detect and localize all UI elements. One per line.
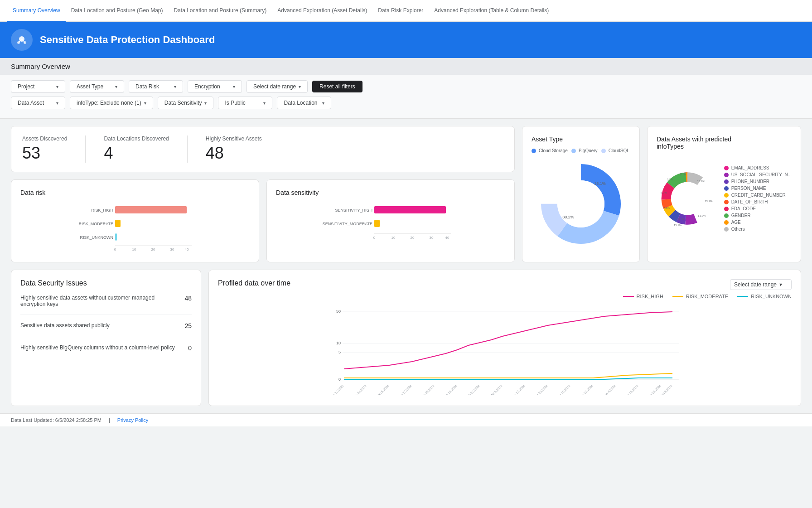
security-issues-card: Data Security Issues Highly sensitive da… (11, 270, 201, 406)
security-issue-2: Sensitive data assets shared publicly 25 (20, 322, 192, 337)
asset-type-legend-cloud: Cloud Storage (532, 148, 568, 153)
filter-is-public[interactable]: Is Public ▾ (218, 97, 272, 109)
chevron-down-icon: ▾ (263, 101, 266, 106)
last-updated-text: Data Last Updated: 6/5/2024 2:58:25 PM (11, 417, 102, 423)
svg-text:5.7%: 5.7% (667, 178, 673, 181)
tab-table-column[interactable]: Advanced Exploration (Table & Column Det… (429, 0, 554, 22)
svg-text:15.1%: 15.1% (594, 181, 606, 186)
tab-asset-details[interactable]: Advanced Exploration (Asset Details) (272, 0, 372, 22)
svg-text:Mar 5,2024: Mar 5,2024 (489, 384, 503, 395)
filter-date-range[interactable]: Select date range ▾ (246, 80, 308, 93)
date-range-select[interactable]: Select date range ▾ (730, 279, 792, 290)
svg-text:Mar 29,2024: Mar 29,2024 (533, 384, 548, 395)
svg-text:0: 0 (373, 236, 376, 240)
svg-text:SENSITIVITY_MODERATE: SENSITIVITY_MODERATE (323, 222, 372, 226)
svg-text:50: 50 (336, 309, 341, 314)
tab-location-summary[interactable]: Data Location and Posture (Summary) (168, 0, 272, 22)
svg-text:11.3%: 11.3% (698, 214, 706, 217)
chevron-down-icon: ▾ (144, 101, 146, 106)
chevron-down-icon: ▾ (299, 84, 301, 89)
svg-rect-6 (115, 206, 187, 213)
filter-asset-type[interactable]: Asset Type ▾ (70, 80, 124, 93)
chevron-down-icon: ▾ (322, 101, 324, 106)
svg-text:10: 10 (336, 341, 341, 345)
chevron-down-icon: ▾ (56, 101, 58, 106)
svg-text:Apr 10,2024: Apr 10,2024 (556, 384, 571, 395)
svg-text:Mar 17,2024: Mar 17,2024 (511, 384, 526, 395)
data-risk-chart: RISK_HIGH RISK_MODERATE RISK_UNKNOWN 0 1… (20, 202, 250, 252)
infotypes-donut: 18.9% 13.2% 11.3% 11.3% 7.5% 5.7% 5.7% 5… (657, 155, 719, 242)
svg-text:Jan 17,2024: Jan 17,2024 (398, 384, 412, 395)
svg-text:Jun 3,2024: Jun 3,2024 (659, 384, 673, 395)
svg-text:SENSITIVITY_HIGH: SENSITIVITY_HIGH (335, 208, 372, 213)
svg-text:13.2%: 13.2% (705, 200, 713, 203)
svg-text:May 16,2024: May 16,2024 (624, 384, 639, 395)
data-sensitivity-chart: SENSITIVITY_HIGH SENSITIVITY_MODERATE 0 … (276, 202, 505, 252)
filter-data-sensitivity[interactable]: Data Sensitivity ▾ (158, 97, 214, 109)
svg-text:Jan 29,2024: Jan 29,2024 (420, 384, 435, 395)
privacy-policy-link[interactable]: Privacy Policy (117, 417, 148, 423)
tab-summary-overview[interactable]: Summary Overview (7, 0, 66, 22)
svg-text:RISK_UNKNOWN: RISK_UNKNOWN (80, 235, 113, 240)
svg-text:May 4,2024: May 4,2024 (602, 384, 617, 395)
section-header: Summary Overview (0, 58, 812, 75)
profiled-data-card: Profiled data over time Select date rang… (208, 270, 801, 406)
svg-text:Jan 5,2024: Jan 5,2024 (376, 384, 390, 395)
chevron-down-icon: ▾ (233, 84, 235, 89)
highly-sensitive-stat: Highly Sensitive Assets 48 (206, 135, 262, 163)
svg-text:Feb 22,2024: Feb 22,2024 (465, 384, 480, 395)
security-issue-3: Highly sensitive BigQuery columns withou… (20, 344, 192, 352)
svg-text:10: 10 (132, 247, 136, 252)
stats-card: Assets Discovered 53 Data Locations Disc… (11, 126, 515, 172)
svg-text:20: 20 (411, 236, 415, 240)
app-icon (11, 29, 33, 51)
top-cards-row: Assets Discovered 53 Data Locations Disc… (11, 126, 801, 262)
timeseries-legend: RISK_HIGH RISK_MODERATE RISK_UNKNOWN (218, 294, 792, 299)
bottom-row: Data Security Issues Highly sensitive da… (11, 270, 801, 406)
filter-row-2: Data Asset ▾ infoType: Exclude none (1) … (11, 97, 801, 109)
tab-risk-explorer[interactable]: Data Risk Explorer (372, 0, 429, 22)
asset-type-donut: 54.7% 30.2% 15.1% (536, 159, 626, 249)
svg-text:RISK_HIGH: RISK_HIGH (91, 208, 113, 213)
filter-data-location[interactable]: Data Location ▾ (277, 97, 331, 109)
header-banner: Sensitive Data Protection Dashboard (0, 22, 812, 58)
chevron-down-icon: ▾ (204, 101, 207, 106)
svg-rect-20 (374, 220, 380, 227)
svg-text:11.3%: 11.3% (677, 218, 686, 221)
filter-data-asset[interactable]: Data Asset ▾ (11, 97, 65, 109)
assets-discovered-stat: Assets Discovered 53 (22, 135, 67, 163)
data-locations-stat: Data Locations Discovered 4 (104, 135, 169, 163)
svg-text:5.7%: 5.7% (661, 191, 667, 194)
infotypes-legend: EMAIL_ADDRESS US_SOCIAL_SECURITY_N... PH… (724, 165, 792, 232)
reset-filters-button[interactable]: Reset all filters (312, 81, 362, 92)
filter-data-risk[interactable]: Data Risk ▾ (129, 80, 183, 93)
tab-geo-map[interactable]: Data Location and Posture (Geo Map) (66, 0, 169, 22)
svg-text:30: 30 (430, 236, 434, 240)
chevron-down-icon: ▾ (779, 281, 782, 288)
security-issue-1: Highly sensitive data assets without cus… (20, 295, 192, 315)
footer: Data Last Updated: 6/5/2024 2:58:25 PM |… (0, 413, 812, 426)
filter-infotype[interactable]: infoType: Exclude none (1) ▾ (70, 97, 153, 109)
filter-project[interactable]: Project ▾ (11, 80, 65, 93)
svg-text:10: 10 (392, 236, 396, 240)
infotypes-card: Data Assets with predictedinfoTypes (647, 126, 801, 262)
svg-text:5: 5 (338, 350, 341, 354)
chevron-down-icon: ▾ (56, 84, 58, 89)
asset-type-legend-cloudsql: CloudSQL (601, 148, 629, 153)
svg-text:18.9%: 18.9% (697, 180, 706, 183)
data-risk-card: Data risk RISK_HIGH RISK_MODERATE RISK_U… (11, 179, 259, 262)
filter-row-1: Project ▾ Asset Type ▾ Data Risk ▾ Encry… (11, 80, 801, 93)
svg-text:Apr 22,2024: Apr 22,2024 (579, 384, 594, 395)
svg-text:30.2%: 30.2% (562, 215, 574, 219)
svg-rect-8 (115, 220, 121, 227)
svg-point-44 (671, 182, 704, 215)
infotypes-title: Data Assets with predictedinfoTypes (657, 135, 792, 150)
filter-encryption[interactable]: Encryption ▾ (188, 80, 242, 93)
chevron-down-icon: ▾ (115, 84, 117, 89)
top-navigation: Summary Overview Data Location and Postu… (0, 0, 812, 22)
svg-text:Dec 12,2023: Dec 12,2023 (329, 384, 344, 395)
svg-point-30 (557, 180, 604, 227)
page-title: Sensitive Data Protection Dashboard (40, 34, 215, 46)
svg-rect-10 (115, 233, 117, 241)
asset-type-legend-bigquery: BigQuery (571, 148, 598, 153)
